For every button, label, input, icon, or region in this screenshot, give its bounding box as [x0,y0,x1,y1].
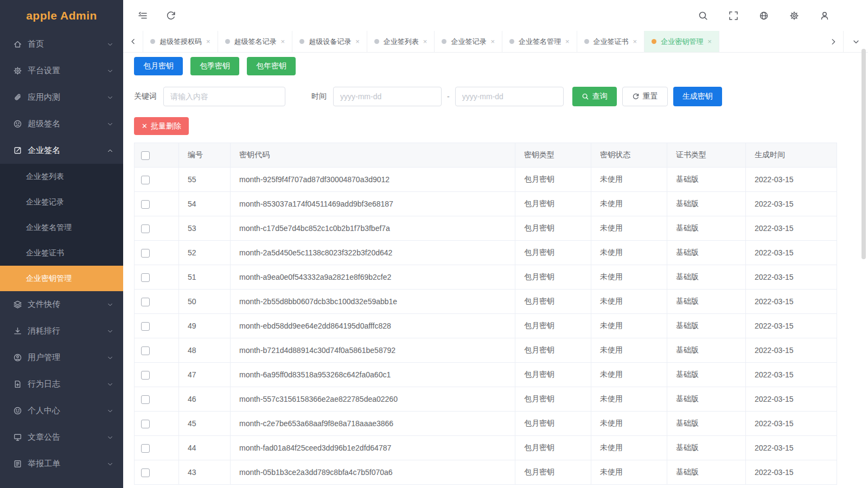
tabs-scroll-right-icon[interactable] [824,31,843,52]
tab-label: 企业签列表 [384,37,419,47]
sidebar-item-平台设置[interactable]: 平台设置 [0,57,123,84]
sidebar-subitem-企业签记录[interactable]: 企业签记录 [0,189,123,215]
column-header-id: 编号 [179,143,231,168]
sidebar-item-label: 应用内测 [28,92,107,102]
key-type-button-包季密钥[interactable]: 包季密钥 [190,57,239,75]
sidebar-item-用户管理[interactable]: 用户管理 [0,344,123,371]
sidebar-subitem-企业密钥管理[interactable]: 企业密钥管理 [0,266,123,291]
sidebar-item-文章公告[interactable]: 文章公告 [0,424,123,451]
row-checkbox[interactable] [141,298,150,306]
tab-企业签证书[interactable]: 企业签证书× [577,31,645,52]
user-circle-icon [13,353,22,362]
row-checkbox[interactable] [141,468,150,477]
tab-label: 企业密钥管理 [661,37,703,47]
sidebar-collapse-icon[interactable] [137,10,148,21]
navbar-right [698,10,830,21]
row-checkbox[interactable] [141,273,150,282]
fullscreen-icon[interactable] [728,10,739,21]
tab-status-dot [652,39,656,44]
tab-超级签授权码[interactable]: 超级签授权码× [143,31,218,52]
sidebar-item-超级签名[interactable]: 超级签名 [0,111,123,137]
date-end-input[interactable] [455,87,564,106]
globe-icon[interactable] [758,10,769,21]
sidebar-item-应用内测[interactable]: 应用内测 [0,84,123,111]
search-button[interactable]: 查询 [572,87,617,106]
generate-key-button[interactable]: 生成密钥 [673,87,722,106]
sidebar-item-消耗排行[interactable]: 消耗排行 [0,318,123,344]
cell-date: 2022-03-15 [746,192,837,216]
tab-企业密钥管理[interactable]: 企业密钥管理× [644,31,719,52]
tab-close-icon[interactable]: × [423,38,427,45]
sidebar-item-label: 文件快传 [28,299,107,310]
user-icon[interactable] [819,10,830,21]
row-checkbox[interactable] [141,249,150,258]
cell-cert: 基础版 [667,290,746,314]
cell-status: 未使用 [591,460,667,485]
cell-code: month-2a5d450e5c1138c8023f322b3f20d642 [231,241,515,265]
tab-企业签列表[interactable]: 企业签列表× [367,31,435,52]
keyword-input[interactable] [163,87,285,106]
cell-status: 未使用 [591,387,667,412]
sidebar-item-举报工单[interactable]: 举报工单 [0,451,123,477]
tab-close-icon[interactable]: × [490,38,495,45]
sidebar-item-个人中心[interactable]: 个人中心 [0,397,123,424]
file-plus-icon [13,380,22,389]
search-icon[interactable] [698,10,709,21]
tab-企业签记录[interactable]: 企业签记录× [435,31,502,52]
cell-id: 55 [179,168,231,192]
sidebar-subitem-企业签名管理[interactable]: 企业签名管理 [0,215,123,240]
row-checkbox[interactable] [141,346,150,355]
tab-close-icon[interactable]: × [633,38,637,45]
cell-date: 2022-03-15 [746,290,837,314]
vertical-scrollbar-thumb[interactable] [861,49,866,259]
key-type-button-包月密钥[interactable]: 包月密钥 [134,57,183,75]
row-checkbox[interactable] [141,224,150,233]
row-checkbox[interactable] [141,395,150,404]
sidebar-item-企业签名[interactable]: 企业签名 [0,137,123,164]
select-all-checkbox[interactable] [141,151,150,160]
cell-cert: 基础版 [667,265,746,290]
gear-icon[interactable] [789,10,800,21]
cell-code: month-2b55d8bb0607dcb3bc100d32e59abb1e [231,290,515,314]
cell-status: 未使用 [591,338,667,363]
row-checkbox[interactable] [141,444,150,453]
reset-button[interactable]: 重置 [622,87,668,106]
app-logo: apple Admin [0,0,123,31]
cell-status: 未使用 [591,436,667,460]
tab-label: 超级签名记录 [234,37,277,47]
row-checkbox[interactable] [141,176,150,184]
row-checkbox[interactable] [141,200,150,209]
refresh-page-icon[interactable] [165,10,176,21]
cell-date: 2022-03-15 [746,387,837,412]
tabs-scroll-left-icon[interactable] [123,31,143,52]
tab-close-icon[interactable]: × [206,38,210,45]
date-start-input[interactable] [333,87,442,106]
sidebar-item-label: 文章公告 [28,432,107,442]
cell-code: month-b721d4d88914c30d74f0a5861be58792 [231,338,515,363]
cell-cert: 基础版 [667,192,746,216]
cell-cert: 基础版 [667,216,746,241]
sidebar-item-文件快传[interactable]: 文件快传 [0,291,123,318]
sidebar-item-首页[interactable]: 首页 [0,31,123,57]
sidebar-item-label: 平台设置 [28,66,107,76]
batch-delete-button[interactable]: ✕ 批量删除 [134,117,189,135]
row-checkbox[interactable] [141,371,150,380]
tab-close-icon[interactable]: × [565,38,570,45]
row-checkbox[interactable] [141,322,150,331]
sidebar-item-行为日志[interactable]: 行为日志 [0,371,123,397]
cell-cert: 基础版 [667,436,746,460]
tab-企业签名管理[interactable]: 企业签名管理× [502,31,577,52]
cell-cert: 基础版 [667,338,746,363]
tab-close-icon[interactable]: × [281,38,285,45]
key-type-button-包年密钥[interactable]: 包年密钥 [247,57,296,75]
sidebar-subitem-企业签列表[interactable]: 企业签列表 [0,164,123,189]
delete-x-icon: ✕ [142,122,148,130]
cell-status: 未使用 [591,168,667,192]
tab-超级设备记录[interactable]: 超级设备记录× [292,31,367,52]
sidebar-subitem-企业签证书[interactable]: 企业签证书 [0,240,123,266]
cell-date: 2022-03-15 [746,241,837,265]
tab-close-icon[interactable]: × [707,38,712,45]
tab-超级签名记录[interactable]: 超级签名记录× [218,31,293,52]
row-checkbox[interactable] [141,420,150,428]
tab-close-icon[interactable]: × [355,38,360,45]
